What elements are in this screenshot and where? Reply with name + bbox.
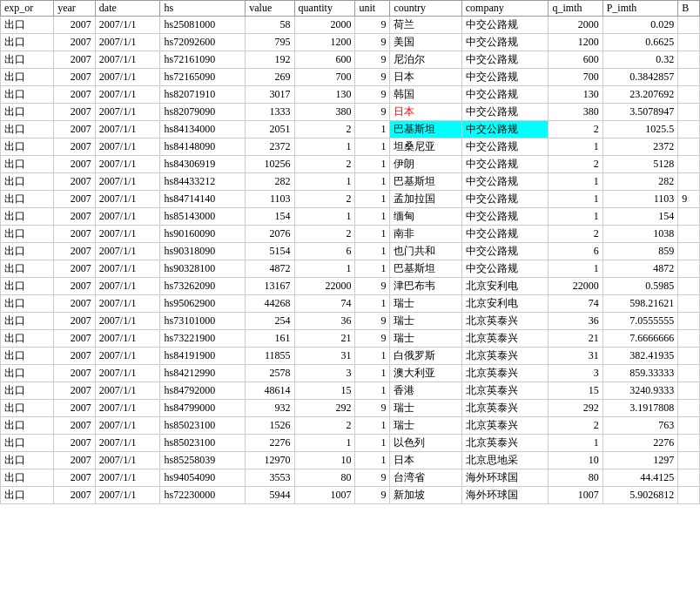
cell-exp_or: 出口 [1, 452, 54, 469]
cell-B [678, 243, 700, 260]
cell-quantity: 380 [294, 104, 355, 121]
table-row: 出口20072007/1/1hs84148090237211坦桑尼亚中交公路规1… [1, 138, 700, 156]
cell-date: 2007/1/1 [95, 365, 160, 382]
cell-q_imth: 1 [549, 191, 602, 208]
cell-P_imth: 1297 [602, 452, 678, 469]
cell-quantity: 1 [294, 173, 355, 191]
cell-date: 2007/1/1 [95, 17, 160, 34]
cell-date: 2007/1/1 [95, 435, 160, 452]
cell-country: 缅甸 [390, 208, 461, 226]
cell-B [678, 51, 700, 69]
cell-B [678, 487, 700, 504]
cell-P_imth: 2372 [602, 138, 678, 156]
cell-B [678, 330, 700, 348]
cell-exp_or: 出口 [1, 365, 54, 382]
cell-P_imth: 282 [602, 173, 678, 191]
cell-quantity: 2 [294, 226, 355, 243]
cell-P_imth: 0.6625 [602, 34, 678, 51]
column-header-country: country [390, 1, 461, 17]
cell-quantity: 1 [294, 260, 355, 278]
cell-quantity: 31 [294, 348, 355, 365]
table-row: 出口20072007/1/1hs721610901926009尼泊尔中交公路规6… [1, 51, 700, 69]
cell-year: 2007 [54, 452, 96, 469]
cell-q_imth: 1 [549, 435, 602, 452]
cell-B [678, 295, 700, 313]
cell-country: 荷兰 [390, 17, 461, 34]
cell-hs: hs84191900 [160, 348, 246, 365]
cell-P_imth: 0.029 [602, 17, 678, 34]
cell-unit: 9 [355, 469, 390, 487]
cell-q_imth: 1200 [549, 34, 602, 51]
table-row: 出口20072007/1/1hs8207909013333809日本中交公路规3… [1, 104, 700, 121]
cell-country: 也门共和 [390, 243, 461, 260]
cell-B [678, 226, 700, 243]
cell-q_imth: 2000 [549, 17, 602, 34]
cell-exp_or: 出口 [1, 104, 54, 121]
cell-company: 中交公路规 [461, 121, 549, 138]
cell-company: 北京英泰兴 [461, 435, 549, 452]
cell-B [678, 121, 700, 138]
cell-value: 13167 [246, 278, 294, 295]
column-header-exp_or: exp_or [1, 1, 54, 17]
cell-hs: hs95062900 [160, 295, 246, 313]
cell-hs: hs94054090 [160, 469, 246, 487]
cell-year: 2007 [54, 487, 96, 504]
cell-value: 10256 [246, 156, 294, 173]
cell-country: 巴基斯坦 [390, 173, 461, 191]
column-header-date: date [95, 1, 160, 17]
cell-country: 坦桑尼亚 [390, 138, 461, 156]
cell-company: 北京英泰兴 [461, 348, 549, 365]
cell-year: 2007 [54, 365, 96, 382]
cell-date: 2007/1/1 [95, 400, 160, 417]
cell-company: 中交公路规 [461, 86, 549, 104]
cell-year: 2007 [54, 69, 96, 86]
cell-year: 2007 [54, 86, 96, 104]
cell-unit: 1 [355, 417, 390, 435]
cell-company: 中交公路规 [461, 34, 549, 51]
cell-unit: 1 [355, 208, 390, 226]
cell-B [678, 17, 700, 34]
cell-year: 2007 [54, 208, 96, 226]
cell-unit: 9 [355, 86, 390, 104]
cell-unit: 1 [355, 260, 390, 278]
column-header-B: B [678, 1, 700, 17]
cell-hs: hs85023100 [160, 417, 246, 435]
cell-unit: 1 [355, 452, 390, 469]
cell-hs: hs25081000 [160, 17, 246, 34]
cell-P_imth: 5.9026812 [602, 487, 678, 504]
cell-q_imth: 2 [549, 156, 602, 173]
cell-value: 1103 [246, 191, 294, 208]
cell-P_imth: 4872 [602, 260, 678, 278]
cell-exp_or: 出口 [1, 348, 54, 365]
cell-q_imth: 36 [549, 313, 602, 330]
cell-quantity: 2 [294, 417, 355, 435]
cell-date: 2007/1/1 [95, 295, 160, 313]
table-row: 出口20072007/1/1hs90328100487211巴基斯坦中交公路规1… [1, 260, 700, 278]
cell-value: 4872 [246, 260, 294, 278]
cell-hs: hs90328100 [160, 260, 246, 278]
table-row: 出口20072007/1/1hs940540903553809台湾省海外环球国8… [1, 469, 700, 487]
column-header-year: year [54, 1, 96, 17]
cell-year: 2007 [54, 34, 96, 51]
cell-quantity: 1 [294, 138, 355, 156]
cell-country: 白俄罗斯 [390, 348, 461, 365]
cell-company: 中交公路规 [461, 156, 549, 173]
cell-exp_or: 出口 [1, 226, 54, 243]
cell-unit: 1 [355, 365, 390, 382]
cell-value: 48614 [246, 382, 294, 400]
cell-B [678, 452, 700, 469]
cell-unit: 1 [355, 226, 390, 243]
cell-P_imth: 598.21621 [602, 295, 678, 313]
cell-unit: 1 [355, 348, 390, 365]
table-row: 出口20072007/1/1hs84134000205121巴基斯坦中交公路规2… [1, 121, 700, 138]
cell-date: 2007/1/1 [95, 104, 160, 121]
cell-value: 5944 [246, 487, 294, 504]
cell-unit: 1 [355, 243, 390, 260]
cell-B [678, 313, 700, 330]
cell-quantity: 1 [294, 208, 355, 226]
cell-company: 北京思地采 [461, 452, 549, 469]
cell-date: 2007/1/1 [95, 243, 160, 260]
cell-q_imth: 1 [549, 260, 602, 278]
cell-company: 中交公路规 [461, 208, 549, 226]
cell-quantity: 2 [294, 191, 355, 208]
